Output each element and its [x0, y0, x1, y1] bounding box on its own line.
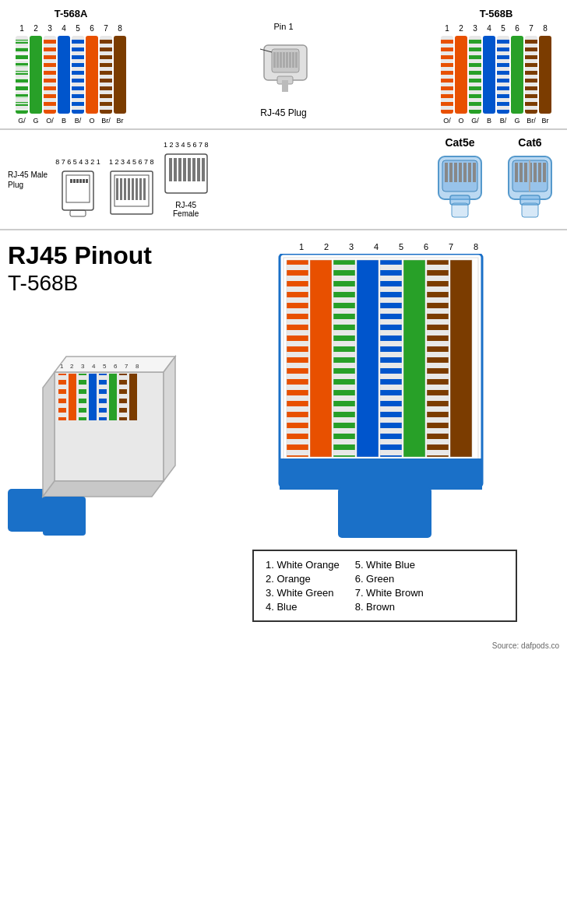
svg-rect-84 [119, 374, 127, 420]
legend-item-5: 5. White Blue [355, 559, 424, 571]
svg-rect-33 [169, 158, 172, 181]
legend-col1: 1. White Orange 2. Orange 3. White Green… [266, 559, 340, 613]
legend-item-8: 8. Brown [355, 601, 424, 613]
t568a-block: T-568A 1 2 3 4 5 6 7 8 [16, 8, 126, 125]
cat5e-svg [431, 153, 489, 223]
svg-text:8: 8 [136, 363, 139, 370]
wire-b4 [483, 36, 495, 114]
female-label: RJ-45Female [173, 201, 199, 218]
svg-rect-55 [519, 163, 523, 182]
source-watermark: Source: dafpods.co [0, 641, 567, 650]
svg-rect-30 [139, 178, 142, 200]
svg-rect-60 [543, 163, 546, 182]
svg-rect-49 [473, 163, 476, 182]
svg-rect-19 [83, 179, 85, 183]
connector-3d-svg: 1 2 3 4 5 6 7 8 [8, 310, 195, 551]
svg-rect-54 [515, 163, 518, 182]
svg-rect-58 [534, 163, 537, 182]
wire-b1 [441, 36, 453, 114]
svg-rect-21 [70, 210, 86, 216]
rj45-male-label: RJ-45 MalePlug [8, 170, 48, 190]
legend-item-3: 3. White Green [266, 587, 340, 599]
svg-rect-40 [202, 158, 205, 181]
svg-rect-46 [459, 163, 462, 182]
svg-rect-28 [132, 178, 134, 200]
wire-b7 [525, 36, 537, 114]
svg-text:3: 3 [81, 363, 85, 370]
svg-rect-100 [357, 260, 379, 457]
svg-rect-17 [76, 179, 79, 183]
bottom-section: RJ45 Pinout T-568B 1 2 [0, 230, 567, 638]
svg-rect-5 [283, 52, 285, 68]
main-subtitle: T-568B [8, 269, 202, 297]
main-title: RJ45 Pinout [8, 242, 202, 269]
wire-b2 [455, 36, 467, 114]
cat5e-item: Cat5e [431, 136, 489, 223]
connector-male-side: 8 7 6 5 4 3 2 1 [55, 158, 100, 218]
svg-rect-85 [129, 374, 137, 420]
rj45-plug-svg [248, 33, 319, 104]
svg-rect-16 [73, 179, 76, 183]
svg-rect-6 [286, 52, 288, 68]
svg-rect-27 [128, 178, 130, 200]
svg-rect-47 [463, 163, 467, 182]
svg-marker-67 [164, 357, 175, 481]
svg-rect-15 [70, 179, 72, 183]
svg-rect-78 [58, 374, 66, 420]
cat-photos: Cat5e [431, 136, 559, 223]
t568a-wire-labels: G/ G O/ B B/ O Br/ Br [16, 117, 126, 125]
wire-7 [100, 36, 112, 114]
wire-6 [86, 36, 98, 114]
legend-item-7: 7. White Brown [355, 587, 424, 599]
wire-4 [58, 36, 70, 114]
svg-rect-37 [188, 158, 191, 181]
svg-rect-3 [276, 52, 279, 68]
svg-rect-81 [89, 374, 97, 420]
t568b-title: T-568B [480, 8, 513, 19]
page-container: T-568A 1 2 3 4 5 6 7 8 [0, 0, 567, 650]
svg-text:2: 2 [70, 363, 74, 370]
t568a-title: T-568A [55, 8, 88, 19]
female-top-svg [163, 150, 210, 201]
cat6-svg [501, 153, 559, 223]
svg-rect-8 [292, 52, 294, 68]
rj45-plug-label: RJ-45 Plug [260, 107, 306, 118]
svg-rect-26 [124, 178, 126, 200]
svg-rect-2 [273, 52, 276, 68]
legend-box: 1. White Orange 2. Orange 3. White Green… [252, 550, 517, 622]
t568b-wires [441, 36, 551, 114]
svg-rect-59 [538, 163, 541, 182]
wire-1 [16, 36, 28, 114]
wire-diagram-svg [276, 254, 494, 542]
cat6-item: Cat6 [501, 136, 559, 223]
diagram-pin-numbers: 1 2 3 4 5 6 7 8 [290, 242, 488, 251]
connector-keystone: 1 2 3 4 5 6 7 8 [108, 158, 155, 218]
wire-b3 [469, 36, 481, 114]
svg-rect-83 [109, 374, 117, 420]
svg-rect-13 [62, 171, 93, 210]
svg-rect-48 [468, 163, 471, 182]
svg-rect-36 [183, 158, 186, 181]
svg-rect-4 [280, 52, 282, 68]
svg-rect-98 [310, 260, 332, 457]
svg-rect-38 [192, 158, 195, 181]
svg-rect-82 [99, 374, 107, 420]
svg-rect-99 [333, 260, 355, 457]
wire-b5 [497, 36, 509, 114]
t568a-pins: 1 2 3 4 5 6 7 8 [16, 24, 126, 33]
t568a-wires [16, 36, 126, 114]
keystone-svg [108, 167, 155, 218]
svg-rect-31 [143, 178, 146, 200]
legend-item-6: 6. Green [355, 573, 424, 585]
svg-rect-18 [79, 179, 82, 183]
wire-b8 [539, 36, 551, 114]
svg-rect-34 [174, 158, 177, 181]
wire-3 [44, 36, 56, 114]
t568b-block: T-568B 1 2 3 4 5 6 7 8 [441, 8, 551, 125]
svg-rect-29 [136, 178, 138, 200]
cat5e-title: Cat5e [445, 136, 474, 149]
wire-5 [72, 36, 84, 114]
svg-rect-51 [452, 203, 468, 217]
svg-rect-106 [338, 487, 431, 538]
svg-rect-80 [79, 374, 86, 420]
